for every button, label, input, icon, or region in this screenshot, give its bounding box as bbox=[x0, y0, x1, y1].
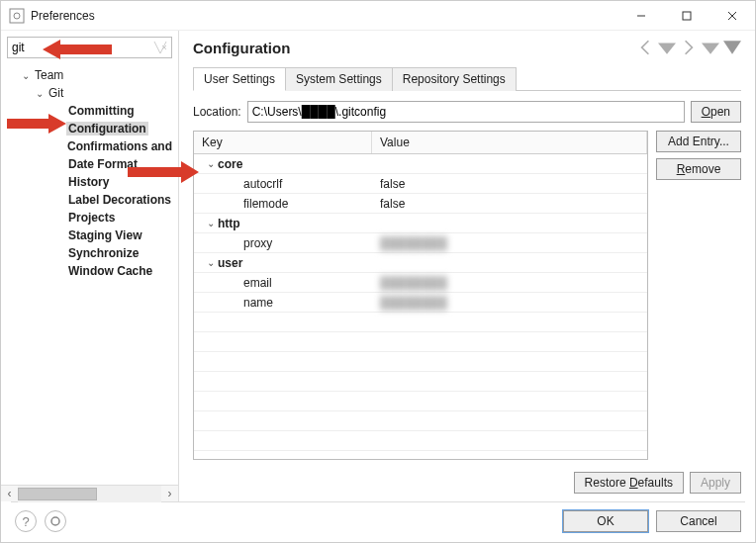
apply-button[interactable]: Apply bbox=[690, 472, 741, 494]
tree-item-confirmations-and[interactable]: Confirmations and bbox=[5, 137, 178, 155]
horizontal-scrollbar[interactable]: ‹ › bbox=[1, 485, 178, 501]
nav-forward-icon[interactable] bbox=[680, 39, 698, 56]
page-heading: Configuration bbox=[193, 40, 636, 56]
scroll-right-icon[interactable]: › bbox=[161, 486, 178, 502]
table-row-proxy[interactable]: proxy████████ bbox=[194, 233, 647, 253]
svg-point-1 bbox=[14, 13, 20, 19]
svg-point-11 bbox=[51, 517, 59, 525]
help-icon[interactable]: ? bbox=[15, 510, 37, 532]
svg-marker-9 bbox=[702, 44, 719, 54]
location-label: Location: bbox=[193, 105, 241, 119]
table-row-empty bbox=[194, 372, 647, 392]
table-row-filemode[interactable]: filemodefalse bbox=[194, 194, 647, 214]
tree-item-label-decorations[interactable]: Label Decorations bbox=[5, 191, 178, 209]
clear-filter-icon[interactable] bbox=[152, 40, 168, 55]
table-section-core[interactable]: ⌄core bbox=[194, 154, 647, 174]
titlebar: Preferences bbox=[1, 1, 755, 31]
config-table[interactable]: Key Value ⌄coreautocrlffalsefilemodefals… bbox=[193, 131, 648, 460]
open-button[interactable]: Open bbox=[691, 101, 741, 123]
tabs: User Settings System Settings Repository… bbox=[193, 66, 741, 91]
chevron-down-icon[interactable]: ⌄ bbox=[204, 158, 218, 169]
app-icon bbox=[9, 8, 25, 24]
table-row-autocrlf[interactable]: autocrlffalse bbox=[194, 174, 647, 194]
table-row-empty bbox=[194, 411, 647, 431]
preference-tree[interactable]: ⌄ Team ⌄ Git CommittingConfigurationConf… bbox=[1, 64, 178, 485]
table-row-email[interactable]: email████████ bbox=[194, 273, 647, 293]
svg-marker-10 bbox=[723, 41, 741, 54]
column-header-value[interactable]: Value bbox=[372, 132, 647, 153]
add-entry-button[interactable]: Add Entry... bbox=[656, 131, 741, 152]
chevron-down-icon[interactable]: ⌄ bbox=[204, 218, 218, 228]
table-section-user[interactable]: ⌄user bbox=[194, 253, 647, 273]
tree-item-window-cache[interactable]: Window Cache bbox=[5, 262, 178, 280]
ok-button[interactable]: OK bbox=[563, 510, 648, 532]
remove-button[interactable]: Remove bbox=[656, 158, 741, 180]
tree-item-team[interactable]: ⌄ Team bbox=[5, 66, 178, 84]
nav-forward-menu-icon[interactable] bbox=[702, 39, 719, 56]
right-pane: Configuration User Settings System Setti… bbox=[179, 31, 755, 501]
left-pane: ⌄ Team ⌄ Git CommittingConfigurationConf… bbox=[1, 31, 179, 501]
window-title: Preferences bbox=[31, 9, 618, 23]
tree-item-staging-view[interactable]: Staging View bbox=[5, 226, 178, 244]
chevron-down-icon[interactable]: ⌄ bbox=[33, 88, 47, 99]
scroll-left-icon[interactable]: ‹ bbox=[1, 486, 18, 502]
scroll-track[interactable] bbox=[18, 486, 161, 502]
tree-item-synchronize[interactable]: Synchronize bbox=[5, 244, 178, 262]
nav-back-icon[interactable] bbox=[636, 39, 654, 56]
column-header-key[interactable]: Key bbox=[194, 132, 372, 153]
tab-user-settings[interactable]: User Settings bbox=[193, 67, 286, 91]
table-row-empty bbox=[194, 431, 647, 451]
table-row-empty bbox=[194, 392, 647, 411]
tree-item-projects[interactable]: Projects bbox=[5, 209, 178, 226]
tree-item-committing[interactable]: Committing bbox=[5, 102, 178, 120]
tree-item-history[interactable]: History bbox=[5, 173, 178, 191]
minimize-button[interactable] bbox=[618, 1, 664, 31]
tree-item-configuration[interactable]: Configuration bbox=[5, 120, 178, 137]
table-row-empty bbox=[194, 332, 647, 352]
svg-rect-0 bbox=[10, 9, 24, 23]
view-menu-icon[interactable] bbox=[723, 39, 741, 56]
maximize-button[interactable] bbox=[664, 1, 709, 31]
table-row-name[interactable]: name████████ bbox=[194, 293, 647, 313]
chevron-down-icon[interactable]: ⌄ bbox=[19, 70, 33, 81]
tab-system-settings[interactable]: System Settings bbox=[285, 67, 393, 91]
tree-item-date-format[interactable]: Date Format bbox=[5, 155, 178, 173]
import-export-icon[interactable] bbox=[45, 510, 66, 532]
chevron-down-icon[interactable]: ⌄ bbox=[204, 257, 218, 268]
nav-back-menu-icon[interactable] bbox=[658, 39, 676, 56]
table-section-http[interactable]: ⌄http bbox=[194, 214, 647, 233]
location-input[interactable] bbox=[247, 101, 685, 123]
restore-defaults-button[interactable]: Restore Defaults bbox=[574, 472, 684, 494]
close-button[interactable] bbox=[709, 1, 755, 31]
table-row-empty bbox=[194, 451, 647, 459]
cancel-button[interactable]: Cancel bbox=[656, 510, 741, 532]
svg-rect-3 bbox=[683, 12, 691, 20]
scroll-thumb[interactable] bbox=[18, 488, 97, 500]
filter-input[interactable] bbox=[7, 37, 172, 58]
tab-repository-settings[interactable]: Repository Settings bbox=[392, 67, 517, 91]
table-row-empty bbox=[194, 313, 647, 332]
table-row-empty bbox=[194, 352, 647, 372]
svg-marker-8 bbox=[658, 44, 676, 54]
tree-item-git[interactable]: ⌄ Git bbox=[5, 84, 178, 102]
